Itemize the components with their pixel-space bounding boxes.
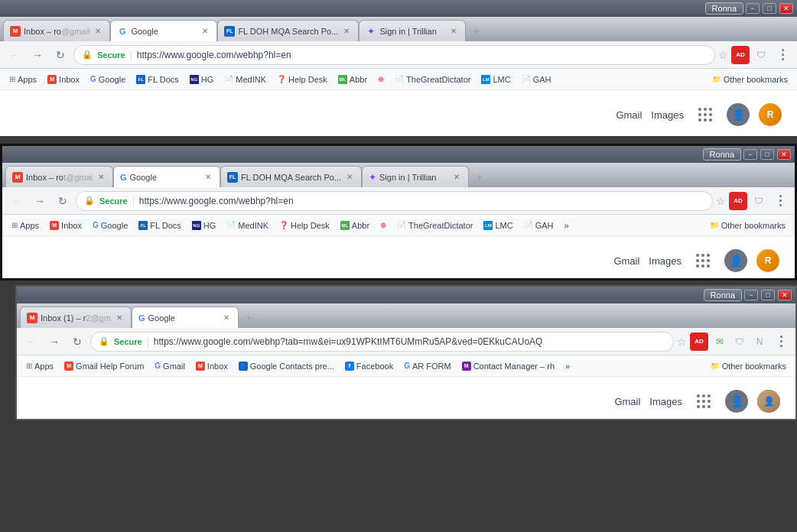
forward-btn-top[interactable]: →	[28, 45, 47, 65]
tab-close-inbox-middle[interactable]: ✕	[96, 172, 106, 183]
account-btn-middle[interactable]: 👤	[724, 249, 747, 272]
refresh-btn-top[interactable]: ↻	[50, 45, 70, 65]
tab-close-inbox-bottom[interactable]: ✕	[114, 313, 125, 323]
maximize-btn-top[interactable]: □	[763, 3, 776, 14]
star-btn-top[interactable]: ☆	[718, 49, 728, 61]
bookmark-abbr-middle[interactable]: ML Abbr	[336, 219, 374, 232]
bookmark-arform-bottom[interactable]: G AR FORM	[399, 360, 456, 372]
address-bar-bottom[interactable]: 🔒 Secure | https://www.google.com/webhp?…	[90, 332, 674, 352]
tab-google-bottom[interactable]: G Google ✕	[132, 307, 239, 328]
bookmark-helpdesk-middle[interactable]: ❓ Help Desk	[275, 219, 334, 232]
bookmark-lmc-middle[interactable]: LM LMC	[479, 219, 517, 232]
back-btn-middle[interactable]: ←	[7, 191, 27, 211]
bookmark-medink-top[interactable]: 📄 MedINK	[220, 73, 271, 86]
bookmark-facebook-bottom[interactable]: f Facebook	[340, 360, 398, 372]
bookmark-more-top[interactable]	[558, 78, 567, 81]
bookmark-more-middle[interactable]: »	[560, 219, 574, 232]
bookmark-google-middle[interactable]: G Google	[88, 219, 132, 232]
gmail-link-bottom[interactable]: Gmail	[614, 396, 640, 407]
refresh-btn-bottom[interactable]: ↻	[67, 332, 87, 352]
bookmark-apps-middle[interactable]: ⊞ Apps	[7, 219, 44, 232]
bookmark-inbox-middle[interactable]: M Inbox	[45, 219, 86, 232]
forward-btn-bottom[interactable]: →	[44, 332, 64, 352]
ext-btn-green-bottom[interactable]: ✉	[711, 333, 728, 350]
other-bookmarks-top[interactable]: 📁 Other bookmarks	[708, 73, 792, 86]
more-menu-btn-middle[interactable]	[770, 191, 790, 211]
bookmark-greatdictator-top[interactable]: 📄 TheGreatDictator	[390, 73, 475, 86]
apps-grid-btn-middle[interactable]	[691, 248, 715, 273]
account-btn-top[interactable]: 👤	[727, 103, 750, 126]
gmail-link-top[interactable]: Gmail	[616, 109, 642, 121]
avatar-top[interactable]: R	[759, 103, 782, 126]
tab-close-inbox-top[interactable]: ✕	[93, 26, 103, 37]
avatar-bottom[interactable]: 👤	[757, 390, 780, 413]
tab-inbox-bottom[interactable]: M Inbox (1) – r2@gm ✕	[20, 307, 132, 328]
bookmark-contacts-bottom[interactable]: 👤 Google Contacts pre...	[234, 360, 339, 372]
address-bar-middle[interactable]: 🔒 Secure | https://www.google.com/webhp?…	[76, 191, 713, 211]
bookmark-more-bottom[interactable]: »	[561, 360, 574, 372]
new-tab-ghost-middle[interactable]: +	[469, 166, 496, 187]
gmail-link-middle[interactable]: Gmail	[613, 255, 639, 267]
tab-close-trillian-middle[interactable]: ✕	[451, 172, 462, 183]
tab-fldoh-middle[interactable]: FL FL DOH MQA Search Po... ✕	[220, 166, 362, 187]
adblock-btn-bottom[interactable]: AD	[690, 332, 708, 351]
minimize-btn-bottom[interactable]: −	[744, 290, 758, 300]
minimize-btn-middle[interactable]: −	[743, 149, 757, 160]
adblock-btn-top[interactable]: AD	[731, 46, 750, 64]
tab-close-trillian-top[interactable]: ✕	[448, 26, 459, 37]
maximize-btn-middle[interactable]: □	[760, 149, 774, 160]
tab-close-fldoh-top[interactable]: ✕	[341, 26, 352, 37]
other-bookmarks-middle[interactable]: 📁 Other bookmarks	[705, 219, 790, 232]
refresh-btn-middle[interactable]: ↻	[53, 191, 73, 211]
close-btn-bottom[interactable]: ✕	[778, 290, 792, 300]
tab-inbox-top[interactable]: M Inbox – ro@gmail ✕	[3, 20, 110, 41]
bookmark-hg-top[interactable]: NG HG	[185, 73, 219, 86]
tab-inbox-middle[interactable]: M Inbox – rot@gmai ✕	[5, 166, 113, 187]
bookmark-apps-top[interactable]: ⊞ Apps	[5, 73, 41, 86]
tab-trillian-middle[interactable]: ✦ Sign in | Trillian ✕	[362, 166, 469, 187]
tab-fldoh-top[interactable]: FL FL DOH MQA Search Po... ✕	[217, 20, 359, 41]
bookmark-gmailhelp-bottom[interactable]: M Gmail Help Forum	[60, 360, 148, 372]
apps-grid-btn-top[interactable]	[693, 102, 717, 127]
bookmark-gmail-bottom[interactable]: G Gmail	[150, 360, 190, 372]
ext-btn-top[interactable]: 🛡	[753, 47, 769, 63]
bookmark-helpdesk-top[interactable]: ❓ Help Desk	[272, 73, 332, 86]
tab-close-google-top[interactable]: ✕	[200, 26, 210, 37]
close-btn-middle[interactable]: ✕	[777, 149, 791, 160]
tab-google-middle[interactable]: G Google ✕	[113, 166, 220, 187]
bookmark-lmc-top[interactable]: LM LMC	[477, 73, 515, 86]
ext-btn-bottom[interactable]: 🛡	[731, 333, 748, 350]
bookmark-gah-middle[interactable]: 📄 GAH	[519, 219, 558, 232]
bookmark-fldocs-middle[interactable]: FL FL Docs	[134, 219, 186, 232]
account-btn-bottom[interactable]: 👤	[725, 390, 748, 413]
minimize-btn-top[interactable]: −	[746, 3, 760, 14]
bookmark-plus-middle[interactable]: ⊕	[376, 219, 391, 231]
other-bookmarks-bottom[interactable]: 📁 Other bookmarks	[706, 360, 791, 372]
bookmark-fldocs-top[interactable]: FL FL Docs	[132, 73, 184, 86]
ext-btn2-bottom[interactable]: N	[751, 333, 768, 350]
bookmark-plus-top[interactable]: ⊕	[373, 73, 389, 85]
tab-google-top[interactable]: G Google ✕	[110, 20, 217, 41]
back-btn-bottom[interactable]: ←	[21, 332, 41, 352]
more-menu-btn-bottom[interactable]	[771, 332, 791, 352]
back-btn-top[interactable]: ←	[5, 45, 24, 65]
adblock-btn-middle[interactable]: AD	[729, 192, 747, 210]
bookmark-greatdictator-middle[interactable]: 📄 TheGreatDictator	[392, 219, 477, 232]
star-btn-middle[interactable]: ☆	[716, 195, 726, 207]
star-btn-bottom[interactable]: ☆	[677, 336, 687, 348]
avatar-middle[interactable]: R	[756, 249, 779, 272]
ext-btn-middle[interactable]: 🛡	[750, 193, 767, 209]
bookmark-inbox-top[interactable]: M Inbox	[43, 73, 84, 86]
bookmark-apps-bottom[interactable]: ⊞ Apps	[21, 360, 58, 372]
close-btn-top[interactable]: ✕	[779, 3, 793, 14]
bookmark-google-top[interactable]: G Google	[86, 73, 130, 86]
tab-close-google-bottom[interactable]: ✕	[221, 313, 232, 323]
tab-close-google-middle[interactable]: ✕	[203, 172, 213, 183]
bookmark-abbr-top[interactable]: ML Abbr	[333, 73, 372, 86]
bookmark-medink-middle[interactable]: 📄 MedINK	[222, 219, 273, 232]
bookmark-gah-top[interactable]: 📄 GAH	[517, 73, 556, 86]
images-link-bottom[interactable]: Images	[649, 396, 682, 407]
maximize-btn-bottom[interactable]: □	[761, 290, 775, 300]
new-tab-ghost-bottom[interactable]: +	[239, 307, 266, 328]
images-link-top[interactable]: Images	[651, 109, 684, 121]
